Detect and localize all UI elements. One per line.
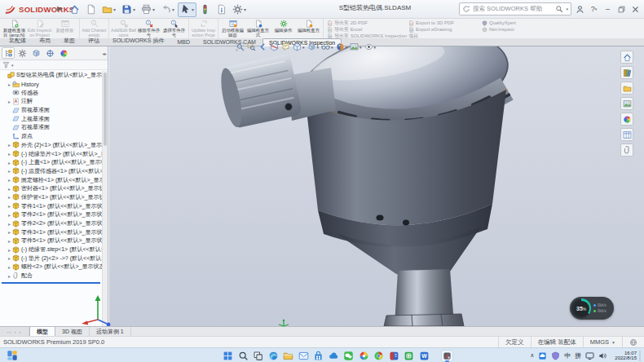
tree-item[interactable]: ▸(-) 绝缘管.step<1> (默认<<默认>_显 (0, 245, 102, 254)
previous-view-button[interactable] (258, 42, 268, 52)
tree-item[interactable]: ▸(-) 绝缘垫片<1> (默认<<默认>_显示 (0, 149, 102, 158)
widgets-button[interactable] (7, 350, 18, 361)
ribbon-button[interactable]: 启动模板编辑器 (220, 19, 245, 38)
rebuild-button[interactable] (197, 2, 213, 17)
taskbar-start-icon[interactable] (222, 350, 234, 362)
new-document-button[interactable] (83, 2, 99, 17)
taskbar-explorer-icon[interactable] (282, 350, 294, 362)
display-style-button[interactable]: ▾ (307, 42, 320, 52)
expand-arrow[interactable]: ▸ (7, 212, 12, 218)
taskpane-tab-view-palette[interactable] (620, 97, 633, 110)
tree-item[interactable]: ▸(-) 垫片 (2)<2> ->? (默认<<默认>_ (0, 254, 102, 263)
taskbar-mail-icon[interactable] (298, 350, 310, 362)
expand-arrow[interactable]: ▸ (7, 247, 12, 253)
restore-button[interactable] (615, 2, 629, 16)
tree-item[interactable]: 右视基准面 (0, 123, 102, 132)
tree-item[interactable]: ▸零件5<1> (默认<<默认>_显示状态 (0, 236, 102, 245)
doc-tab-模型[interactable]: 模型 (29, 327, 55, 336)
expand-arrow[interactable]: ▸ (7, 264, 12, 270)
tab-scroll-buttons[interactable]: ‹‹ › › (0, 327, 29, 336)
tree-item[interactable]: ▸配合 (0, 272, 102, 280)
tag-button[interactable] (622, 337, 644, 347)
panel-tab-configurationmanager[interactable] (29, 47, 42, 59)
expand-arrow[interactable]: ▸ (7, 255, 12, 261)
expand-arrow[interactable]: ▸ (7, 203, 12, 209)
tree-item[interactable]: ▸保护管<1> (默认<<默认>_显示状态 (0, 193, 102, 202)
expand-arrow[interactable]: ▸ (7, 273, 12, 279)
taskbar-chrome-icon[interactable] (373, 350, 385, 362)
taskpane-tab-file-explorer[interactable] (620, 82, 633, 95)
taskpane-tab-custom-properties[interactable] (620, 128, 633, 141)
apply-scene-button[interactable]: ▾ (349, 42, 363, 52)
tree-item[interactable]: ▸零件3<1> (默认<<默认>_显示状态 (0, 227, 102, 236)
dynamic-annotation-views-button[interactable] (280, 42, 291, 52)
tree-item[interactable]: S型铠装热电偶 (默认<默认>_显示状态-1 (0, 71, 102, 80)
ribbon-button[interactable]: 编辑检查方 (296, 19, 321, 38)
file-properties-button[interactable] (214, 2, 229, 17)
taskpane-tab-solidworks-forum[interactable] (620, 143, 633, 157)
tab-SOLIDWORKS 插件[interactable]: SOLIDWORKS 插件 (106, 35, 170, 46)
tab-草图[interactable]: 草图 (57, 35, 82, 46)
tree-item[interactable]: ▸(-) 温度传感器<1> (默认<<默认>_显 (0, 167, 102, 176)
select-button[interactable]: ▾ (178, 2, 196, 17)
security-shield-icon[interactable] (551, 351, 560, 360)
taskpane-tab-solidworks-resources[interactable] (620, 51, 633, 64)
edit-appearance-button[interactable]: ▾ (335, 42, 349, 52)
panel-tab-scroll[interactable]: ◂ ▸ (102, 51, 106, 56)
expand-arrow[interactable]: ▸ (7, 229, 12, 235)
graphics-viewport[interactable] (109, 46, 644, 326)
panel-tab-propertymanager[interactable] (15, 47, 29, 59)
taskpane-tab-design-library[interactable] (620, 66, 633, 79)
doc-tab-3D 视图[interactable]: 3D 视图 (55, 327, 90, 336)
expand-arrow[interactable]: ▸ (7, 238, 12, 244)
taskbar-store-icon[interactable] (312, 350, 324, 362)
tree-item[interactable]: ▸零件2<2> (默认<<默认>_显示状态 (0, 219, 102, 228)
undo-button[interactable]: ▾ (158, 2, 177, 17)
search-box[interactable]: 搜索 SOLIDWORKS 帮助 ▾ (459, 2, 571, 15)
expand-arrow[interactable]: ▸ (7, 99, 12, 104)
taskbar-solidworks-icon[interactable] (441, 350, 453, 362)
display-tray-icon[interactable] (585, 351, 594, 360)
menu-expand-arrow[interactable]: ▶ (57, 5, 62, 12)
rollback-bar[interactable] (2, 282, 100, 284)
expand-arrow[interactable]: ▸ (7, 82, 12, 87)
tree-item[interactable]: 原点 (0, 132, 102, 141)
tree-item[interactable]: ▸固定螺栓<1> (默认<<默认>_显示状 (0, 175, 102, 184)
search-dropdown-caret[interactable]: ▾ (566, 7, 568, 11)
taskbar-search-icon[interactable] (237, 350, 249, 362)
taskbar-wechat-icon[interactable] (342, 350, 355, 362)
zoom-to-fit-button[interactable] (235, 42, 245, 52)
taskbar-sheets-icon[interactable] (403, 350, 415, 362)
view-settings-button[interactable]: ▾ (364, 42, 377, 52)
close-button[interactable] (629, 2, 642, 16)
section-view-button[interactable] (269, 42, 280, 52)
tab-MBD[interactable]: MBD (170, 38, 196, 46)
expand-arrow[interactable]: ▸ (7, 168, 12, 174)
tree-item[interactable]: ▸螺栓<2> (默认<<默认>_显示状态- (0, 263, 102, 272)
taskbar-photos-icon[interactable] (358, 350, 370, 362)
hidden-icons-chevron[interactable]: ∧ (530, 352, 534, 359)
taskbar-dict-icon[interactable] (388, 350, 400, 362)
login-button[interactable] (573, 2, 587, 16)
taskbar-word-icon[interactable]: W (418, 350, 430, 362)
tree-item[interactable]: ▸A注解 (0, 97, 102, 106)
ime-mode-indicator[interactable]: 拼 (575, 351, 581, 360)
tree-item[interactable]: ▸(-) 上盖<1> (默认<<默认>_显示状态 (0, 158, 102, 167)
taskbar-taskview-icon[interactable] (252, 350, 264, 362)
tree-item[interactable]: 上视基准面 (0, 114, 102, 123)
expand-arrow[interactable]: ▸ (7, 194, 12, 200)
units-selector[interactable]: MMGS▼ (583, 337, 622, 347)
help-button[interactable]: ?▾ (587, 2, 601, 16)
zoom-to-area-button[interactable] (246, 42, 257, 52)
tree-item[interactable]: 前视基准面 (0, 106, 102, 115)
tree-item[interactable]: ▸零件1<1> (默认<<默认>_显示状态- (0, 201, 102, 210)
taskbar-edge-icon[interactable] (267, 350, 280, 362)
clock[interactable]: 16:07 2022/8/15 (613, 351, 641, 361)
onedrive-tray-icon[interactable] (538, 351, 547, 360)
ribbon-button[interactable]: 编辑检查方式 (245, 19, 271, 38)
print-button[interactable]: ▾ (139, 2, 157, 17)
performance-overlay-widget[interactable]: 35% 0kb/s0kb/s (570, 297, 614, 320)
expand-arrow[interactable]: ▸ (7, 221, 12, 227)
expand-arrow[interactable]: ▸ (7, 177, 12, 183)
tree-item[interactable]: ▸密封器<1> (默认<<默认>_显示状态 (0, 184, 102, 193)
